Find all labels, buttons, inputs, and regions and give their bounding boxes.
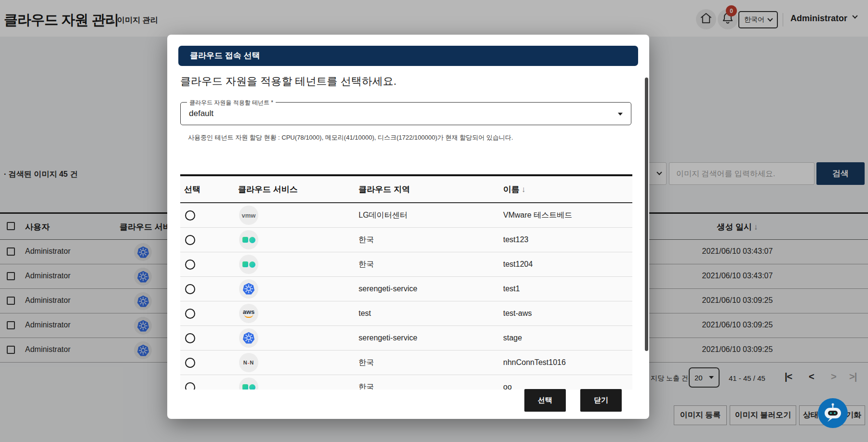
column-name[interactable]: 이름↓ — [499, 184, 632, 195]
select-connection-radio[interactable] — [185, 210, 195, 221]
openstack-icon — [239, 377, 258, 390]
sort-desc-icon: ↓ — [521, 185, 526, 194]
column-select: 선택 — [180, 184, 234, 195]
column-cloud-service[interactable]: 클라우드 서비스 — [234, 184, 355, 195]
tenant-select[interactable]: 클라우드 자원을 적용할 테넌트 * default — [180, 102, 631, 125]
connection-table-header: 선택 클라우드 서비스 클라우드 지역 이름↓ — [180, 176, 632, 203]
connection-name: test-aws — [499, 309, 632, 318]
cloud-connection-row[interactable]: 한국oo — [180, 375, 632, 390]
cloud-connection-row[interactable]: 한국test123 — [180, 228, 632, 252]
connection-name: stage — [499, 334, 632, 342]
modal-close-button[interactable]: 닫기 — [580, 389, 622, 412]
select-connection-radio[interactable] — [185, 284, 195, 294]
select-connection-radio[interactable] — [185, 260, 195, 270]
aws-icon: aws — [239, 304, 258, 323]
cloud-connection-row[interactable]: awstesttest-aws — [180, 301, 632, 326]
cloud-connection-row[interactable]: serengeti-servicetest1 — [180, 277, 632, 301]
connection-region: 한국 — [355, 382, 499, 390]
connection-region: 한국 — [355, 358, 499, 368]
select-connection-radio[interactable] — [185, 382, 195, 390]
connection-region: 한국 — [355, 260, 499, 270]
connection-name: VMware 테스트베드 — [499, 210, 632, 221]
openstack-icon — [239, 230, 258, 249]
cloud-connection-modal: 클라우드 접속 선택 클라우드 자원을 적용할 테넌트를 선택하세요. 클라우드… — [167, 35, 649, 419]
tenant-select-value: default — [189, 109, 214, 118]
modal-title: 클라우드 접속 선택 — [178, 46, 638, 66]
connection-table: 선택 클라우드 서비스 클라우드 지역 이름↓ vmwLG데이터센터VMware… — [180, 174, 632, 390]
connection-region: serengeti-service — [355, 334, 499, 342]
tenant-helper-text: 사용중인 테넌트 자원 할당 현황 : CPU(78/1000), 메모리(41… — [188, 133, 513, 142]
modal-subtitle: 클라우드 자원을 적용할 테넌트를 선택하세요. — [180, 74, 397, 89]
cloud-connection-row[interactable]: vmwLG데이터센터VMware 테스트베드 — [180, 203, 632, 228]
cloud-connection-row[interactable]: N-N한국nhnConnTest1016 — [180, 351, 632, 375]
kubernetes-icon — [239, 328, 258, 348]
connection-region: serengeti-service — [355, 285, 499, 293]
connection-name: test1204 — [499, 260, 632, 269]
select-connection-radio[interactable] — [185, 309, 195, 319]
connection-table-body: vmwLG데이터센터VMware 테스트베드한국test123한국test120… — [180, 203, 632, 390]
column-cloud-region[interactable]: 클라우드 지역 — [355, 184, 499, 195]
cloud-connection-row[interactable]: serengeti-servicestage — [180, 326, 632, 351]
connection-name: oo — [499, 383, 632, 390]
cloud-connection-row[interactable]: 한국test1204 — [180, 252, 632, 277]
vmware-icon: vmw — [239, 206, 258, 225]
connection-name: test123 — [499, 235, 632, 244]
connection-name: test1 — [499, 285, 632, 293]
chatbot-button[interactable] — [818, 398, 848, 430]
select-connection-radio[interactable] — [185, 358, 195, 368]
select-connection-radio[interactable] — [185, 333, 195, 343]
connection-region: test — [355, 309, 499, 318]
modal-scrollbar-thumb[interactable] — [645, 78, 648, 351]
modal-select-button[interactable]: 선택 — [524, 389, 566, 412]
connection-name: nhnConnTest1016 — [499, 358, 632, 367]
openstack-icon — [239, 255, 258, 274]
connection-region: 한국 — [355, 235, 499, 245]
chatbot-icon — [818, 421, 848, 429]
chevron-down-icon — [618, 113, 623, 116]
nhn-icon: N-N — [239, 353, 258, 372]
connection-region: LG데이터센터 — [355, 210, 499, 221]
tenant-select-label: 클라우드 자원을 적용할 테넌트 * — [187, 99, 276, 107]
kubernetes-icon — [239, 279, 258, 299]
select-connection-radio[interactable] — [185, 235, 195, 245]
